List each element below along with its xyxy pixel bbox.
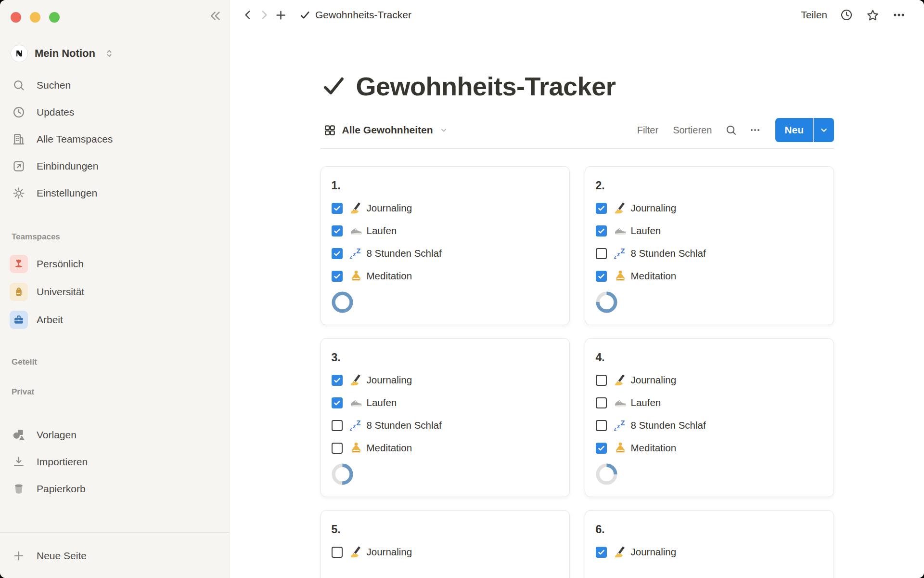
sidebar-item-alle-teamspaces[interactable]: Alle Teamspaces	[0, 126, 230, 153]
checkbox-checked[interactable]	[596, 547, 607, 558]
habit-label: Journaling	[367, 374, 412, 386]
filter-button[interactable]: Filter	[633, 122, 662, 138]
trash-icon	[12, 482, 26, 496]
sidebar-item-label: Einstellungen	[37, 187, 97, 199]
running-shoe-icon	[614, 396, 628, 409]
writing-hand-icon	[614, 374, 628, 387]
writing-hand-icon	[349, 546, 363, 559]
more-options-icon[interactable]	[888, 6, 910, 24]
checkbox-unchecked[interactable]	[332, 420, 343, 431]
chevron-up-down-icon	[104, 48, 115, 59]
checkbox-checked[interactable]	[332, 271, 343, 282]
topbar: Gewohnheits-Tracker Teilen	[230, 0, 924, 30]
sidebar-item-updates[interactable]: Updates	[0, 99, 230, 126]
progress-ring	[596, 463, 617, 485]
habit-label: Laufen	[631, 225, 661, 236]
backpack-icon	[10, 283, 28, 301]
collapse-sidebar-icon[interactable]	[207, 9, 222, 25]
checkbox-checked[interactable]	[596, 225, 607, 236]
back-button[interactable]	[240, 7, 256, 23]
sidebar-item-importieren[interactable]: Importieren	[0, 448, 230, 475]
new-tab-button[interactable]	[272, 7, 289, 23]
sidebar-item-label: Suchen	[37, 79, 71, 91]
checkbox-checked[interactable]	[596, 443, 607, 454]
checkbox-checked[interactable]	[332, 203, 343, 214]
sidebar-item-einstellungen[interactable]: Einstellungen	[0, 180, 230, 207]
minimize-window-button[interactable]	[30, 12, 40, 23]
habit-label: Meditation	[631, 270, 677, 282]
search-icon[interactable]	[722, 121, 740, 139]
more-options-icon[interactable]	[746, 121, 764, 139]
svg-text:z: z	[353, 422, 356, 430]
checkbox-checked[interactable]	[332, 397, 343, 408]
checkbox-checked[interactable]	[332, 375, 343, 386]
svg-text:z: z	[350, 254, 352, 260]
sidebar-item-label: Papierkorb	[37, 483, 86, 495]
section-header-geteilt[interactable]: Geteilt	[0, 356, 230, 368]
history-clock-icon[interactable]	[836, 6, 857, 24]
habit-label: Meditation	[631, 442, 677, 454]
checkbox-checked[interactable]	[332, 248, 343, 259]
page-title[interactable]: Gewohnheits-Tracker	[321, 71, 834, 101]
sidebar-item-einbindungen[interactable]: Einbindungen	[0, 153, 230, 180]
new-entry-button[interactable]: Neu	[775, 118, 813, 142]
sidebar-item-suchen[interactable]: Suchen	[0, 72, 230, 99]
habit-label: 8 Stunden Schlaf	[631, 248, 706, 259]
main-area: Gewohnheits-Tracker Teilen Gewohnheits-T…	[230, 0, 924, 578]
page-content: Gewohnheits-Tracker Alle Gewohnheiten Fi…	[321, 30, 834, 578]
checkbox-checked[interactable]	[596, 203, 607, 214]
forward-button[interactable]	[256, 7, 272, 23]
habit-label: Journaling	[367, 202, 412, 214]
close-window-button[interactable]	[11, 12, 21, 23]
habit-row: zzZ8 Stunden Schlaf	[596, 242, 823, 265]
habit-card-4[interactable]: 4.JournalingLaufenzzZ8 Stunden SchlafMed…	[585, 338, 834, 497]
view-tab-alle-gewohnheiten[interactable]: Alle Gewohnheiten	[321, 122, 451, 139]
section-header-privat[interactable]: Privat	[0, 386, 230, 398]
workspace-switcher[interactable]: Mein Notion	[11, 42, 223, 65]
sidebar: Mein Notion SuchenUpdatesAlle Teamspaces…	[0, 0, 230, 578]
habit-row: Meditation	[332, 265, 559, 288]
habit-label: Journaling	[631, 202, 677, 214]
favorite-star-icon[interactable]	[862, 6, 884, 24]
sort-button[interactable]: Sortieren	[669, 122, 716, 138]
view-toolbar: Alle Gewohnheiten Filter Sortieren	[321, 118, 834, 143]
sidebar-item-arbeit[interactable]: Arbeit	[0, 306, 230, 334]
sidebar-item-persoenlich[interactable]: Persönlich	[0, 250, 230, 278]
svg-text:z: z	[617, 422, 620, 430]
checkbox-checked[interactable]	[596, 271, 607, 282]
sidebar-item-vorlagen[interactable]: Vorlagen	[0, 421, 230, 448]
sidebar-item-papierkorb[interactable]: Papierkorb	[0, 475, 230, 502]
gallery-view-icon	[323, 124, 336, 137]
checkbox-checked[interactable]	[332, 225, 343, 236]
habit-card-2[interactable]: 2.JournalingLaufenzzZ8 Stunden SchlafMed…	[585, 166, 834, 325]
svg-text:Z: Z	[357, 419, 361, 427]
toolbar-divider	[321, 148, 834, 149]
breadcrumb[interactable]: Gewohnheits-Tracker	[295, 7, 415, 23]
checkbox-unchecked[interactable]	[332, 547, 343, 558]
habit-card-1[interactable]: 1.JournalingLaufenzzZ8 Stunden SchlafMed…	[321, 166, 570, 325]
svg-text:Z: Z	[621, 247, 625, 255]
check-icon	[321, 73, 346, 99]
sidebar-item-universitaet[interactable]: Universität	[0, 278, 230, 306]
new-entry-dropdown-button[interactable]	[814, 118, 834, 142]
sidebar-sections: TeamspacesPersönlichUniversitätArbeitGet…	[0, 231, 230, 398]
new-page-button[interactable]: Neue Seite	[0, 533, 230, 578]
habit-label: Meditation	[367, 270, 412, 282]
habit-card-6[interactable]: 6.Journaling	[585, 510, 834, 578]
zoom-window-button[interactable]	[49, 12, 60, 23]
checkbox-unchecked[interactable]	[596, 248, 607, 259]
habit-card-3[interactable]: 3.JournalingLaufenzzZ8 Stunden SchlafMed…	[321, 338, 570, 497]
teamspace-label: Arbeit	[37, 314, 63, 326]
share-button[interactable]: Teilen	[797, 6, 831, 24]
section-header-teamspaces[interactable]: Teamspaces	[0, 231, 230, 243]
habit-row: Journaling	[332, 369, 559, 392]
checkbox-unchecked[interactable]	[596, 397, 607, 408]
habit-card-5[interactable]: 5.Journaling	[321, 510, 570, 578]
progress-ring	[596, 291, 617, 313]
running-shoe-icon	[614, 224, 628, 237]
writing-hand-icon	[349, 374, 363, 387]
checkbox-unchecked[interactable]	[596, 375, 607, 386]
checkbox-unchecked[interactable]	[596, 420, 607, 431]
checkbox-unchecked[interactable]	[332, 443, 343, 454]
sidebar-item-label: Updates	[37, 106, 74, 118]
